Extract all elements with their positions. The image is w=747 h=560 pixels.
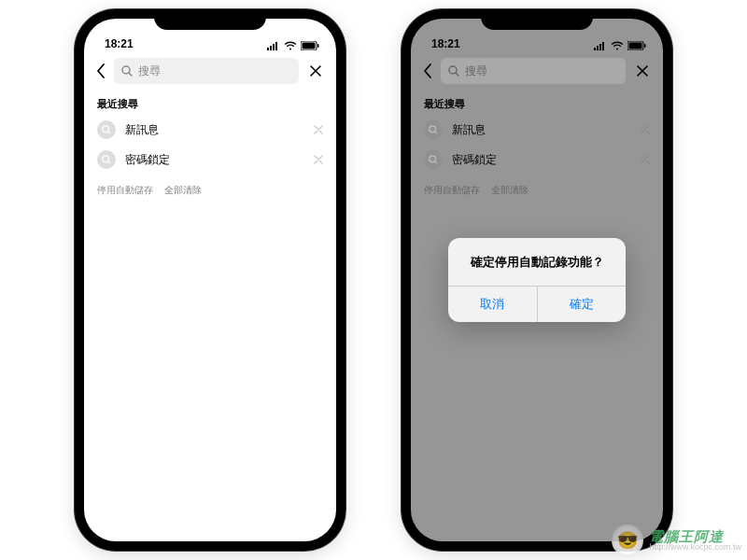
- svg-rect-1: [270, 46, 272, 50]
- screen-left: 18:21 搜尋 最近搜尋: [84, 19, 336, 541]
- phone-frame-right: 18:21 搜尋 最近搜尋: [402, 9, 672, 551]
- dialog-title: 確定停用自動記錄功能？: [448, 238, 626, 286]
- notch: [154, 9, 266, 30]
- recent-actions: 停用自動儲存 全部清除: [84, 175, 336, 206]
- svg-rect-0: [267, 48, 269, 50]
- clear-all-link[interactable]: 全部清除: [164, 184, 202, 197]
- screen-right: 18:21 搜尋 最近搜尋: [411, 19, 663, 541]
- confirm-button[interactable]: 確定: [537, 287, 627, 322]
- clear-button[interactable]: [304, 60, 327, 82]
- signal-icon: [267, 41, 280, 50]
- home-indicator[interactable]: [490, 541, 584, 545]
- svg-line-10: [108, 132, 111, 134]
- confirm-dialog: 確定停用自動記錄功能？ 取消 確定: [448, 238, 626, 322]
- search-input[interactable]: 搜尋: [114, 58, 299, 84]
- status-time: 18:21: [105, 37, 134, 50]
- svg-rect-5: [303, 43, 316, 49]
- back-button[interactable]: [93, 60, 108, 82]
- dialog-buttons: 取消 確定: [448, 286, 626, 322]
- phone-frame-left: 18:21 搜尋 最近搜尋: [75, 9, 345, 551]
- notch: [481, 9, 593, 30]
- svg-line-8: [129, 73, 132, 76]
- watermark-title: 電腦王阿達: [649, 529, 741, 543]
- close-icon: [309, 64, 322, 77]
- remove-recent-button[interactable]: [314, 152, 323, 167]
- wifi-icon: [284, 41, 297, 50]
- close-icon: [314, 125, 323, 134]
- status-icons: [267, 41, 319, 50]
- search-icon: [121, 65, 133, 77]
- watermark-url: http://www.kocpc.com.tw: [649, 543, 741, 552]
- svg-line-12: [108, 161, 111, 164]
- svg-rect-2: [273, 44, 275, 50]
- recent-item[interactable]: 密碼鎖定: [84, 145, 336, 175]
- search-placeholder: 搜尋: [138, 63, 161, 79]
- recent-searches-title: 最近搜尋: [84, 90, 336, 115]
- svg-point-11: [103, 156, 109, 162]
- search-bar-row: 搜尋: [84, 52, 336, 90]
- svg-point-9: [103, 126, 109, 133]
- close-icon: [314, 155, 323, 164]
- recent-item[interactable]: 新訊息: [84, 115, 336, 145]
- svg-rect-6: [317, 44, 319, 48]
- recent-item-label: 新訊息: [125, 122, 304, 138]
- svg-rect-3: [275, 42, 277, 50]
- search-history-icon: [97, 120, 116, 139]
- remove-recent-button[interactable]: [314, 122, 323, 137]
- disable-autosave-link[interactable]: 停用自動儲存: [97, 184, 153, 197]
- search-history-icon: [97, 150, 116, 169]
- home-indicator[interactable]: [163, 541, 257, 545]
- recent-item-label: 密碼鎖定: [125, 152, 304, 168]
- chevron-left-icon: [96, 63, 106, 78]
- cancel-button[interactable]: 取消: [448, 287, 537, 322]
- battery-icon: [301, 41, 319, 50]
